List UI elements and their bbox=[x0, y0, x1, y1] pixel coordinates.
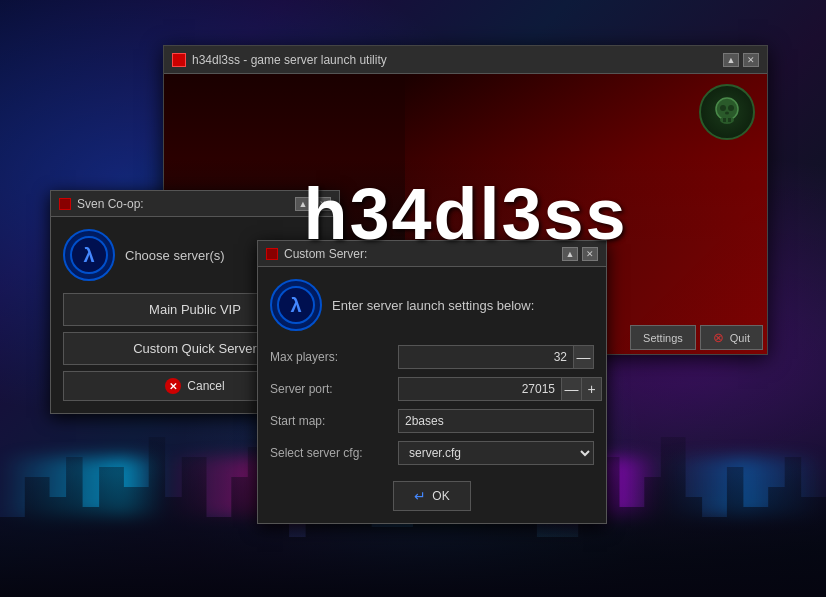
server-port-input-group: — + bbox=[398, 377, 602, 401]
sven-titlebar-left: Sven Co-op: bbox=[59, 197, 144, 211]
quit-label: Quit bbox=[730, 332, 750, 344]
custom-body: λ Enter server launch settings below: Ma… bbox=[258, 267, 606, 523]
start-map-row: Start map: bbox=[270, 409, 594, 433]
banner-text: h34dl3ss bbox=[303, 173, 627, 255]
cancel-label: Cancel bbox=[187, 379, 224, 393]
custom-server-dialog: Custom Server: ▲ ✕ λ Enter server launch… bbox=[257, 240, 607, 524]
hl-logo: λ bbox=[63, 229, 115, 281]
choose-server-text: Choose server(s) bbox=[125, 248, 225, 263]
select-cfg-label: Select server cfg: bbox=[270, 446, 390, 460]
svg-point-6 bbox=[725, 112, 729, 115]
main-minimize-button[interactable]: ▲ bbox=[723, 53, 739, 67]
server-port-row: Server port: — + bbox=[270, 377, 594, 401]
main-window-title: h34dl3ss - game server launch utility bbox=[192, 53, 387, 67]
cancel-icon: ✕ bbox=[165, 378, 181, 394]
ok-icon: ↵ bbox=[414, 488, 426, 504]
max-players-input-group: — bbox=[398, 345, 594, 369]
max-players-input[interactable] bbox=[398, 345, 574, 369]
main-window-bottom-buttons: Settings ⊗ Quit bbox=[626, 321, 767, 354]
sven-titlebar: Sven Co-op: ▲ ✕ bbox=[51, 191, 339, 217]
select-cfg-dropdown[interactable]: server.cfg bbox=[398, 441, 594, 465]
svg-point-5 bbox=[728, 105, 734, 111]
ok-button[interactable]: ↵ OK bbox=[393, 481, 470, 511]
custom-logo: λ bbox=[270, 279, 322, 331]
start-map-label: Start map: bbox=[270, 414, 390, 428]
custom-red-icon bbox=[266, 248, 278, 260]
svg-text:λ: λ bbox=[290, 294, 301, 316]
server-port-label: Server port: bbox=[270, 382, 390, 396]
titlebar-left: h34dl3ss - game server launch utility bbox=[172, 53, 387, 67]
quit-icon: ⊗ bbox=[713, 330, 724, 345]
server-port-decrement[interactable]: — bbox=[562, 377, 582, 401]
sven-red-icon bbox=[59, 198, 71, 210]
svg-point-4 bbox=[720, 105, 726, 111]
svg-point-1 bbox=[720, 116, 734, 124]
sven-dialog-title: Sven Co-op: bbox=[77, 197, 144, 211]
max-players-row: Max players: — bbox=[270, 345, 594, 369]
start-map-input[interactable] bbox=[398, 409, 594, 433]
quit-button[interactable]: ⊗ Quit bbox=[700, 325, 763, 350]
window-red-icon bbox=[172, 53, 186, 67]
server-port-input[interactable] bbox=[398, 377, 562, 401]
main-close-button[interactable]: ✕ bbox=[743, 53, 759, 67]
max-players-label: Max players: bbox=[270, 350, 390, 364]
select-cfg-row: Select server cfg: server.cfg bbox=[270, 441, 594, 465]
svg-text:λ: λ bbox=[83, 244, 94, 266]
server-port-increment[interactable]: + bbox=[582, 377, 602, 401]
main-window-titlebar: h34dl3ss - game server launch utility ▲ … bbox=[164, 46, 767, 74]
settings-label: Settings bbox=[643, 332, 683, 344]
titlebar-controls: ▲ ✕ bbox=[723, 53, 759, 67]
custom-header-area: λ Enter server launch settings below: bbox=[270, 279, 594, 331]
right-icons bbox=[699, 84, 755, 140]
svg-rect-3 bbox=[728, 118, 731, 122]
enter-settings-text: Enter server launch settings below: bbox=[332, 298, 534, 313]
max-players-decrement[interactable]: — bbox=[574, 345, 594, 369]
green-skull-icon bbox=[699, 84, 755, 140]
settings-button[interactable]: Settings bbox=[630, 325, 696, 350]
svg-rect-2 bbox=[723, 118, 726, 122]
ok-btn-container: ↵ OK bbox=[270, 473, 594, 511]
ok-label: OK bbox=[432, 489, 449, 503]
